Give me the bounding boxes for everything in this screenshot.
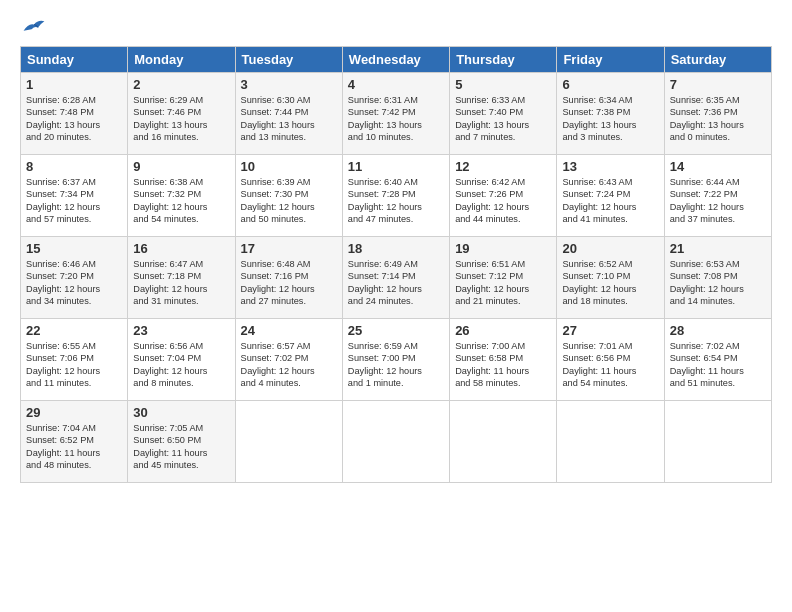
cell-info-line: Sunrise: 6:29 AM [133, 94, 229, 106]
cell-info-line: Sunrise: 6:59 AM [348, 340, 444, 352]
cell-info-line: and 24 minutes. [348, 295, 444, 307]
day-number: 1 [26, 77, 122, 92]
calendar-cell: 19Sunrise: 6:51 AMSunset: 7:12 PMDayligh… [450, 237, 557, 319]
cell-info-line: and 10 minutes. [348, 131, 444, 143]
cell-info-line: Sunset: 7:20 PM [26, 270, 122, 282]
calendar-cell: 8Sunrise: 6:37 AMSunset: 7:34 PMDaylight… [21, 155, 128, 237]
cell-info-line: Daylight: 12 hours [455, 201, 551, 213]
calendar-cell: 16Sunrise: 6:47 AMSunset: 7:18 PMDayligh… [128, 237, 235, 319]
calendar-cell: 25Sunrise: 6:59 AMSunset: 7:00 PMDayligh… [342, 319, 449, 401]
day-number: 25 [348, 323, 444, 338]
cell-info-line: Daylight: 12 hours [670, 201, 766, 213]
cell-info-line: Daylight: 12 hours [348, 201, 444, 213]
col-saturday: Saturday [664, 47, 771, 73]
cell-info-line: and 37 minutes. [670, 213, 766, 225]
cell-info-line: Sunrise: 6:51 AM [455, 258, 551, 270]
cell-info-line: Sunset: 7:22 PM [670, 188, 766, 200]
day-number: 22 [26, 323, 122, 338]
cell-info-line: Sunrise: 7:04 AM [26, 422, 122, 434]
cell-info-line: Daylight: 12 hours [241, 201, 337, 213]
cell-info-line: and 47 minutes. [348, 213, 444, 225]
cell-info-line: Daylight: 12 hours [26, 201, 122, 213]
cell-info-line: Daylight: 12 hours [455, 283, 551, 295]
cell-info-line: Sunset: 7:46 PM [133, 106, 229, 118]
cell-info-line: Sunrise: 7:02 AM [670, 340, 766, 352]
cell-info-line: Daylight: 12 hours [562, 201, 658, 213]
cell-info-line: and 21 minutes. [455, 295, 551, 307]
calendar-cell: 24Sunrise: 6:57 AMSunset: 7:02 PMDayligh… [235, 319, 342, 401]
calendar-cell [450, 401, 557, 483]
cell-info-line: Sunset: 6:50 PM [133, 434, 229, 446]
day-number: 17 [241, 241, 337, 256]
cell-info-line: Daylight: 12 hours [562, 283, 658, 295]
cell-info-line: and 45 minutes. [133, 459, 229, 471]
cell-info-line: Sunrise: 6:42 AM [455, 176, 551, 188]
col-monday: Monday [128, 47, 235, 73]
day-number: 30 [133, 405, 229, 420]
day-number: 23 [133, 323, 229, 338]
cell-info-line: Sunrise: 6:37 AM [26, 176, 122, 188]
cell-info-line: and 54 minutes. [562, 377, 658, 389]
day-number: 27 [562, 323, 658, 338]
day-number: 11 [348, 159, 444, 174]
cell-info-line: Daylight: 12 hours [26, 365, 122, 377]
cell-info-line: Sunrise: 6:33 AM [455, 94, 551, 106]
logo [20, 16, 46, 36]
cell-info-line: Daylight: 12 hours [133, 283, 229, 295]
calendar-cell: 28Sunrise: 7:02 AMSunset: 6:54 PMDayligh… [664, 319, 771, 401]
cell-info-line: Daylight: 12 hours [241, 283, 337, 295]
cell-info-line: and 54 minutes. [133, 213, 229, 225]
cell-info-line: Sunset: 7:36 PM [670, 106, 766, 118]
cell-info-line: Daylight: 11 hours [133, 447, 229, 459]
cell-info-line: Sunrise: 6:44 AM [670, 176, 766, 188]
cell-info-line: Daylight: 12 hours [348, 283, 444, 295]
cell-info-line: Sunset: 6:58 PM [455, 352, 551, 364]
cell-info-line: and 3 minutes. [562, 131, 658, 143]
cell-info-line: Daylight: 13 hours [348, 119, 444, 131]
cell-info-line: Sunrise: 6:46 AM [26, 258, 122, 270]
cell-info-line: and 16 minutes. [133, 131, 229, 143]
cell-info-line: and 4 minutes. [241, 377, 337, 389]
cell-info-line: Sunrise: 6:30 AM [241, 94, 337, 106]
cell-info-line: and 11 minutes. [26, 377, 122, 389]
calendar-week-row: 8Sunrise: 6:37 AMSunset: 7:34 PMDaylight… [21, 155, 772, 237]
cell-info-line: Sunrise: 6:49 AM [348, 258, 444, 270]
cell-info-line: Sunset: 7:26 PM [455, 188, 551, 200]
cell-info-line: Sunrise: 6:55 AM [26, 340, 122, 352]
day-number: 28 [670, 323, 766, 338]
cell-info-line: Sunset: 7:32 PM [133, 188, 229, 200]
logo-bird-icon [22, 16, 46, 36]
cell-info-line: Sunset: 7:30 PM [241, 188, 337, 200]
day-number: 6 [562, 77, 658, 92]
calendar-cell: 30Sunrise: 7:05 AMSunset: 6:50 PMDayligh… [128, 401, 235, 483]
calendar-cell: 2Sunrise: 6:29 AMSunset: 7:46 PMDaylight… [128, 73, 235, 155]
cell-info-line: and 13 minutes. [241, 131, 337, 143]
calendar-cell: 15Sunrise: 6:46 AMSunset: 7:20 PMDayligh… [21, 237, 128, 319]
cell-info-line: Sunrise: 6:39 AM [241, 176, 337, 188]
day-number: 29 [26, 405, 122, 420]
cell-info-line: Sunset: 6:56 PM [562, 352, 658, 364]
cell-info-line: and 20 minutes. [26, 131, 122, 143]
cell-info-line: Sunset: 6:54 PM [670, 352, 766, 364]
day-number: 15 [26, 241, 122, 256]
calendar-week-row: 15Sunrise: 6:46 AMSunset: 7:20 PMDayligh… [21, 237, 772, 319]
calendar-cell: 26Sunrise: 7:00 AMSunset: 6:58 PMDayligh… [450, 319, 557, 401]
cell-info-line: Sunrise: 7:05 AM [133, 422, 229, 434]
calendar-cell: 7Sunrise: 6:35 AMSunset: 7:36 PMDaylight… [664, 73, 771, 155]
day-number: 12 [455, 159, 551, 174]
cell-info-line: and 51 minutes. [670, 377, 766, 389]
cell-info-line: Sunset: 7:06 PM [26, 352, 122, 364]
cell-info-line: Sunset: 7:38 PM [562, 106, 658, 118]
cell-info-line: and 18 minutes. [562, 295, 658, 307]
cell-info-line: Sunset: 7:44 PM [241, 106, 337, 118]
calendar-cell: 14Sunrise: 6:44 AMSunset: 7:22 PMDayligh… [664, 155, 771, 237]
cell-info-line: Sunset: 7:24 PM [562, 188, 658, 200]
day-number: 4 [348, 77, 444, 92]
calendar-cell [342, 401, 449, 483]
day-number: 8 [26, 159, 122, 174]
calendar-cell: 3Sunrise: 6:30 AMSunset: 7:44 PMDaylight… [235, 73, 342, 155]
cell-info-line: Sunset: 7:16 PM [241, 270, 337, 282]
cell-info-line: Daylight: 12 hours [670, 283, 766, 295]
cell-info-line: Sunrise: 6:56 AM [133, 340, 229, 352]
cell-info-line: Sunrise: 6:52 AM [562, 258, 658, 270]
